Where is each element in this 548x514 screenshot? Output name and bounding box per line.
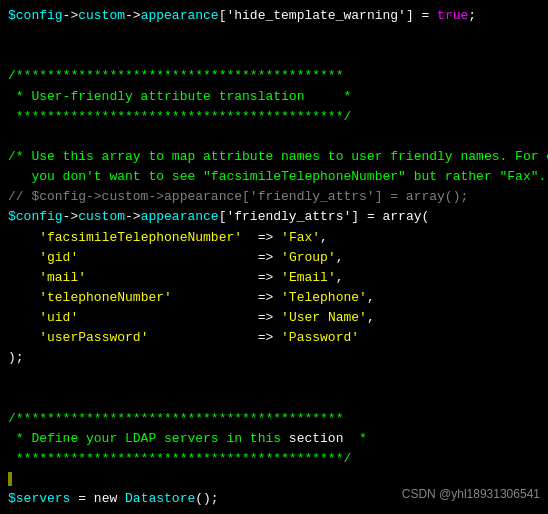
code-comment-6: ****************************************…	[8, 449, 540, 469]
code-line-1: $config->custom->appearance['hide_templa…	[8, 6, 540, 26]
code-comment-4: /***************************************…	[8, 409, 540, 429]
code-line-blank4	[8, 369, 540, 389]
code-line-blank3	[8, 127, 540, 147]
code-comment-5: * Define your LDAP servers in this secti…	[8, 429, 540, 449]
code-comment-2: * User-friendly attribute translation *	[8, 87, 540, 107]
code-comment-3: ****************************************…	[8, 107, 540, 127]
watermark: CSDN @yhl18931306541	[402, 485, 540, 504]
code-array-4: 'telephoneNumber' => 'Telephone',	[8, 288, 540, 308]
code-comment-1: /***************************************…	[8, 66, 540, 86]
code-array-end: );	[8, 348, 540, 368]
code-comment-long-2: you don't want to see "facsimileTelephon…	[8, 167, 540, 187]
code-line-blank5	[8, 389, 540, 409]
code-line-blank6	[8, 510, 540, 514]
code-line-blank1	[8, 26, 540, 46]
code-array-start: $config->custom->appearance['friendly_at…	[8, 207, 540, 227]
code-commented-out: // $config->custom->appearance['friendly…	[8, 187, 540, 207]
code-comment-long-1: /* Use this array to map attribute names…	[8, 147, 540, 167]
code-array-2: 'gid' => 'Group',	[8, 248, 540, 268]
code-array-6: 'userPassword' => 'Password'	[8, 328, 540, 348]
code-array-1: 'facsimileTelephoneNumber' => 'Fax',	[8, 228, 540, 248]
code-editor: $config->custom->appearance['hide_templa…	[0, 0, 548, 514]
code-line-blank2	[8, 46, 540, 66]
code-array-3: 'mail' => 'Email',	[8, 268, 540, 288]
code-array-5: 'uid' => 'User Name',	[8, 308, 540, 328]
